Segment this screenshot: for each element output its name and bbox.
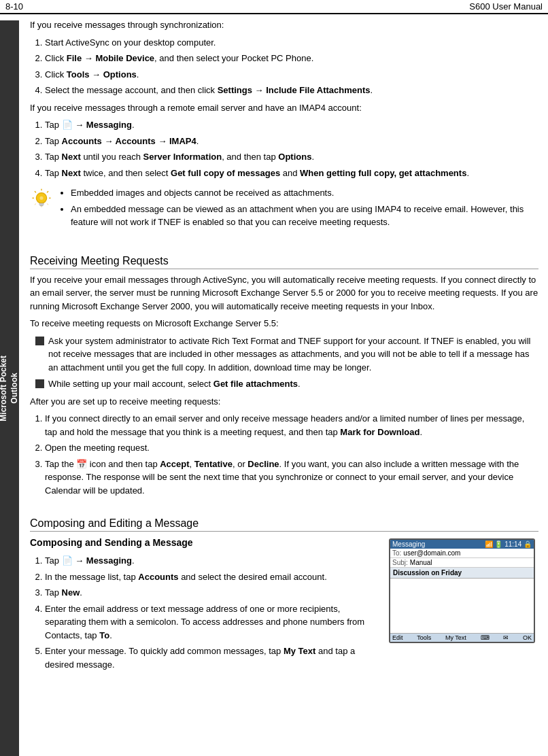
section2-steps: Tap 📄 → Messaging. In the message list, … [45, 554, 379, 671]
phone-topbar: Messaging 📶 🔋 11:14 🔒 [390, 540, 534, 549]
phone-app-name: Messaging [392, 540, 425, 548]
sync-step-4: Select the message account, and then cli… [45, 84, 538, 97]
manual-title: S600 User Manual [469, 1, 543, 12]
phone-edit-btn[interactable]: Edit [392, 634, 403, 641]
section1-bullets: Ask your system administrator to activat… [35, 334, 538, 391]
svg-line-8 [47, 191, 48, 192]
phone-to-row: To: user@domain.com [390, 549, 534, 558]
page-number: 8-10 [5, 1, 23, 12]
phone-ok-btn[interactable]: OK [523, 634, 532, 641]
phone-to-label: To: [392, 549, 401, 557]
svg-line-7 [35, 191, 36, 192]
phone-mockup: Messaging 📶 🔋 11:14 🔒 To: user@domain.co… [389, 538, 535, 643]
sidebar: Microsoft Pocket Outlook [0, 20, 19, 756]
after-bullets-text: After you are set up to receive meeting … [30, 395, 538, 409]
phone-to-value: user@domain.com [403, 549, 532, 557]
phone-time: 11:14 [504, 540, 521, 548]
phone-tools-btn[interactable]: Tools [417, 634, 431, 641]
section1-bullet-1: Ask your system administrator to activat… [35, 334, 538, 375]
after-bullets-steps: If you connect directly to an email serv… [45, 412, 538, 497]
bottom-section: Composing and Sending a Message Tap 📄 → … [30, 536, 538, 675]
section2-subheading: Composing and Sending a Message [30, 536, 379, 550]
note-item-2: An embedded message can be viewed as an … [71, 203, 538, 229]
phone-subj-value: Manual [410, 559, 532, 566]
sync-step-2: Click File → Mobile Device, and then sel… [45, 52, 538, 65]
section1-bullet-2: While setting up your mail account, sele… [35, 377, 538, 391]
phone-bottombar: Edit Tools My Text ⌨ ✉ OK [390, 633, 534, 642]
sync-steps-list: Start ActiveSync on your desktop compute… [45, 36, 538, 97]
sync-intro: If you receive messages through synchron… [30, 18, 538, 32]
imap4-step-4: Tap Next twice, and then select Get full… [45, 167, 538, 180]
note-item-1: Embedded images and objects cannot be re… [71, 186, 538, 200]
square-bullet-icon-2 [35, 379, 44, 388]
note-list: Embedded images and objects cannot be re… [60, 186, 538, 232]
main-content: If you receive messages through synchron… [20, 14, 548, 682]
phone-keyboard-icon[interactable]: ⌨ [481, 634, 490, 641]
sidebar-label: Microsoft Pocket Outlook [0, 356, 20, 422]
imap4-step-3: Tap Next until you reach Server Informat… [45, 150, 538, 164]
imap4-steps-list: Tap 📄 → Messaging. Tap Accounts → Accoun… [45, 118, 538, 179]
sync-step-1: Start ActiveSync on your desktop compute… [45, 36, 538, 50]
section2-step-2: In the message list, tap Accounts and se… [45, 570, 379, 584]
section1-para2: To receive meeting requests on Microsoft… [30, 317, 538, 330]
section2-step-1: Tap 📄 → Messaging. [45, 554, 379, 568]
phone-subj-row: Subj: Manual [390, 558, 534, 568]
phone-subject-bar: Discussion on Friday [390, 568, 534, 579]
section1-para1: If you receive your email messages throu… [30, 273, 538, 313]
section2-step-5: Enter your message. To quickly add commo… [45, 645, 379, 671]
meeting-step-2: Open the meeting request. [45, 441, 538, 455]
note-box: Embedded images and objects cannot be re… [30, 186, 538, 232]
meeting-step-3: Tap the 📅 icon and then tap Accept, Tent… [45, 458, 538, 498]
phone-subj-label: Subj: [392, 559, 408, 566]
svg-rect-1 [39, 203, 44, 205]
phone-mytext-btn[interactable]: My Text [445, 634, 466, 641]
sync-step-3: Click Tools → Options. [45, 68, 538, 82]
svg-line-10 [47, 203, 48, 205]
section1-heading: Receiving Meeting Requests [30, 255, 538, 269]
top-bar: 8-10 S600 User Manual [0, 0, 548, 14]
phone-status: 📶 🔋 11:14 🔒 [485, 540, 532, 548]
svg-point-11 [39, 196, 43, 200]
phone-subject-text: Discussion on Friday [393, 569, 462, 577]
section2-heading: Composing and Editing a Message [30, 517, 538, 532]
meeting-step-1: If you connect directly to an email serv… [45, 412, 538, 439]
imap4-step-1: Tap 📄 → Messaging. [45, 118, 538, 132]
square-bullet-icon [35, 337, 44, 345]
imap4-step-2: Tap Accounts → Accounts → IMAP4. [45, 135, 538, 148]
section2-step-3: Tap New. [45, 586, 379, 600]
lightbulb-icon [30, 188, 54, 212]
phone-mockup-container: Messaging 📶 🔋 11:14 🔒 To: user@domain.co… [389, 538, 538, 675]
imap4-intro: If you receive messages through a remote… [30, 101, 538, 115]
section2-step-4: Enter the email address or text message … [45, 602, 379, 642]
bottom-text: Composing and Sending a Message Tap 📄 → … [30, 536, 379, 675]
svg-line-9 [35, 203, 36, 205]
phone-mail-icon[interactable]: ✉ [503, 634, 509, 641]
phone-body [390, 579, 534, 633]
